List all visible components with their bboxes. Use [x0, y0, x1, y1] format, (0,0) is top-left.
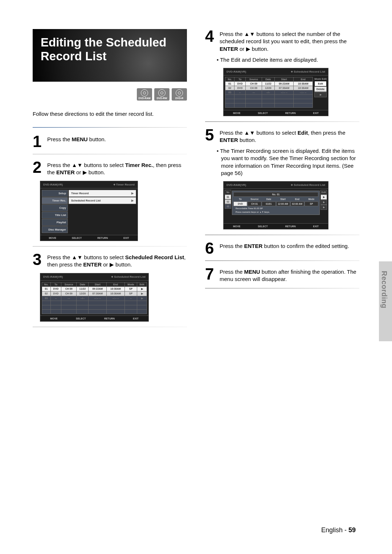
menu-item: Copy	[42, 204, 68, 211]
footer-page: 59	[348, 526, 356, 534]
disc-icon	[141, 89, 148, 97]
disc-icon	[176, 89, 183, 97]
table-row	[225, 103, 313, 108]
row-labels: No 01 02 03	[225, 190, 231, 222]
osd-footer-return: RETURN	[285, 225, 296, 228]
edit-note: Recordable Time 01:23 SP	[233, 206, 318, 210]
disc-label: DVD-RAM	[138, 97, 150, 99]
step-3: 3 Press the ▲▼ buttons to select Schedul…	[33, 252, 187, 269]
table-header: No.ToSourceDateStartEndModeEdit	[42, 282, 147, 286]
osd-footer-return: RETURN	[104, 317, 115, 320]
arrow-icon: ▶	[320, 195, 327, 200]
osd-footer-move: MOVE	[50, 317, 58, 320]
page-footer: English - 59	[321, 526, 356, 534]
edit-panel-wrap: No. 01 ToSourceDateStartEndMode DVDCH 01…	[231, 190, 320, 222]
edit-panel-title: No. 01	[233, 192, 318, 197]
page-title: Editing the Scheduled Record List	[41, 36, 179, 63]
step-6: 6 Press the ENTER button to confirm the …	[205, 241, 359, 256]
osd-header: DVD-RAM(VR) Timer Record	[40, 181, 138, 188]
osd-scheduled-list: DVD-RAM(VR) Scheduled Record List No.ToS…	[40, 273, 149, 322]
step-text: Press the MENU button.	[47, 134, 106, 143]
osd-footer-select: SELECT	[72, 237, 82, 239]
osd-footer-move: MOVE	[233, 112, 241, 114]
step-number: 4	[205, 29, 216, 44]
submenu-item: Timer Record▶	[69, 190, 136, 197]
side-right: Edit ▶ ▶ ▶	[320, 190, 327, 222]
osd-header: DVD-RAM(VR) Scheduled Record List	[224, 182, 328, 189]
title-box: Editing the Scheduled Record List	[33, 29, 187, 82]
intro-text: Follow these directions to edit the time…	[33, 111, 187, 117]
disc-badge: DVD-R	[172, 88, 187, 101]
table-row	[42, 309, 147, 314]
osd-disc-label: DVD-RAM(VR)	[43, 183, 63, 186]
scheduled-table: No.ToSourceDateStartEndModeEdit 01DVDCH …	[42, 282, 147, 314]
popup-header: Mode Edit	[314, 77, 327, 81]
step-4-bullet: The Edit and Delete items are displayed.	[221, 56, 359, 64]
osd-footer-exit: EXIT	[313, 112, 319, 114]
osd-body: Setup Timer Rec. Copy Title List Playlis…	[40, 188, 138, 235]
step-text: Press the ▲▼ buttons to select the numbe…	[220, 29, 359, 53]
divider	[205, 288, 359, 289]
disc-badge: DVD-RW	[154, 88, 170, 101]
osd-footer-move: MOVE	[49, 237, 56, 239]
popup-delete-button: Delete	[314, 86, 327, 92]
divider	[205, 260, 359, 261]
osd-footer-select: SELECT	[258, 112, 268, 114]
osd-footer-return: RETURN	[97, 237, 108, 239]
page-columns: Editing the Scheduled Record List DVD-RA…	[33, 29, 367, 333]
osd-body: No.ToSourceDateStartEnd 01DVDCH 0911/220…	[224, 76, 328, 110]
osd-body: No.ToSourceDateStartEndModeEdit 01DVDCH …	[40, 281, 148, 315]
disc-label: DVD-R	[175, 97, 183, 99]
osd-menu-left: Setup Timer Rec. Copy Title List Playlis…	[42, 190, 68, 233]
popup-buttons: Edit Delete	[314, 81, 327, 92]
step-number: 1	[33, 134, 44, 149]
osd-header: DVD-RAM(VR) Scheduled Record List	[224, 68, 328, 76]
osd-footer: MOVE SELECT RETURN EXIT	[224, 223, 328, 229]
section-tab-label: Recording	[380, 271, 388, 308]
table-row: 03-------/----:-- ----:-- --	[225, 90, 313, 95]
osd-footer-exit: EXIT	[123, 237, 129, 239]
footer-lang: English -	[321, 526, 348, 534]
disc-icon	[158, 89, 166, 97]
osd-scheduled-list-popup: DVD-RAM(VR) Scheduled Record List No.ToS…	[223, 68, 328, 116]
disc-badges: DVD-RAM DVD-RW DVD-R	[33, 88, 187, 101]
divider	[33, 327, 187, 327]
popup-column: Mode Edit Edit Delete ▶	[314, 77, 327, 97]
osd-timer-record-menu: DVD-RAM(VR) Timer Record Setup Timer Rec…	[40, 181, 138, 241]
osd-disc-label: DVD-RAM(VR)	[226, 70, 246, 73]
table-row: 02DVDCH 0912/2007:30AM10:30AM	[225, 86, 313, 90]
osd-footer-select: SELECT	[76, 317, 86, 320]
step-number: 5	[205, 128, 216, 142]
osd-footer-select: SELECT	[258, 225, 268, 228]
osd-footer-exit: EXIT	[313, 225, 319, 228]
osd-footer-return: RETURN	[285, 112, 296, 114]
right-column: 4 Press the ▲▼ buttons to select the num…	[205, 29, 359, 333]
edit-row-heads: ToSourceDateStartEndMode	[233, 197, 318, 201]
menu-item: Disc Manager	[42, 226, 68, 233]
divider	[33, 246, 187, 247]
osd-title: Scheduled Record List	[111, 275, 146, 278]
disc-label: DVD-RW	[157, 97, 167, 99]
step-2: 2 Press the ▲▼ buttons to select Timer R…	[33, 160, 187, 176]
step-5: 5 Press the ▲▼ buttons to select Edit, t…	[205, 128, 359, 144]
step-number: 2	[33, 160, 44, 175]
edit-note: Press numeric keys or ▲▼ keys.	[233, 210, 318, 213]
osd-footer: MOVE SELECT RETURN EXIT	[40, 315, 148, 321]
osd-footer: MOVE SELECT RETURN EXIT	[40, 235, 138, 241]
divider	[205, 235, 359, 235]
table-row: 01DVDCH 0911/2209:22AM10:30AMSP▶	[42, 286, 147, 291]
osd-title: Scheduled Record List	[291, 70, 325, 73]
osd-title: Timer Record	[113, 183, 135, 186]
menu-item: Timer Rec.	[42, 197, 68, 204]
table-header: No.ToSourceDateStartEnd	[225, 77, 313, 82]
step-number: 3	[33, 252, 44, 267]
arrow-icon: ▶	[314, 92, 327, 97]
disc-badge: DVD-RAM	[137, 88, 152, 101]
step-number: 6	[205, 241, 216, 256]
step-5-bullet: The Timer Recording screen is displayed.…	[221, 147, 359, 177]
submenu-item: Scheduled Record List▶	[69, 197, 136, 204]
osd-footer-move: MOVE	[233, 225, 241, 228]
osd-disc-label: DVD-RAM(VR)	[43, 275, 63, 278]
table-row	[42, 301, 147, 305]
step-7: 7 Press the MENU button after finishing …	[205, 267, 359, 283]
